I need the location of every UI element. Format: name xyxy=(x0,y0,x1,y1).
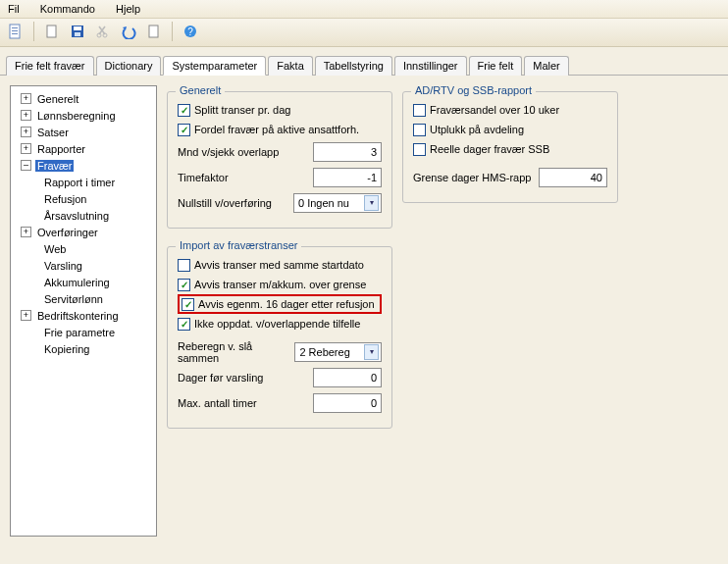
label-max: Max. antall timer xyxy=(178,397,257,409)
tree-panel: +Generelt +Lønnsberegning +Satser +Rappo… xyxy=(10,85,157,537)
tree-arsavslutning[interactable]: Årsavslutning xyxy=(13,207,154,224)
collapse-icon[interactable]: – xyxy=(21,160,31,171)
svg-rect-3 xyxy=(12,33,18,34)
tab-tabellstyring[interactable]: Tabellstyring xyxy=(315,56,392,76)
tree-servitorlonn[interactable]: Servitørlønn xyxy=(13,290,154,307)
highlight-avvis-egenm: Avvis egenm. 16 dager etter refusjon xyxy=(178,294,382,314)
label-mnd: Mnd v/sjekk overlapp xyxy=(178,146,279,158)
checkbox-utplukk[interactable] xyxy=(413,124,426,136)
tree-varsling[interactable]: Varsling xyxy=(13,257,154,274)
legend-generelt: Generelt xyxy=(176,84,225,96)
label-nullstill: Nullstill v/overføring xyxy=(178,197,272,209)
expand-icon[interactable]: + xyxy=(21,227,31,237)
svg-text:?: ? xyxy=(187,26,193,37)
tab-bar: Frie felt fravær Dictionary Systemparame… xyxy=(0,47,728,76)
menu-bar: Fil Kommando Hjelp xyxy=(0,0,728,19)
menu-help[interactable]: Hjelp xyxy=(116,3,140,15)
label-reelle: Reelle dager fravær SSB xyxy=(430,143,549,155)
checkbox-fordel[interactable] xyxy=(178,124,190,136)
content-area: +Generelt +Lønnsberegning +Satser +Rappo… xyxy=(0,76,728,546)
combo-nullstill-value: 0 Ingen nu xyxy=(298,197,349,209)
page-icon[interactable] xyxy=(6,22,26,41)
label-fravaersandel: Fraværsandel over 10 uker xyxy=(430,104,559,116)
tab-frie-felt[interactable]: Frie felt xyxy=(469,56,523,76)
label-utplukk: Utplukk på avdeling xyxy=(430,124,524,135)
label-ikke-oppdat: Ikke oppdat. v/overlappende tilfelle xyxy=(194,318,360,330)
label-dager: Dager før varsling xyxy=(178,372,263,384)
combo-reberegn-value: 2 Rebereg xyxy=(299,346,349,358)
group-import: Import av fraværstranser Avvis transer m… xyxy=(167,246,392,429)
svg-rect-12 xyxy=(149,26,158,37)
expand-icon[interactable]: + xyxy=(21,93,31,104)
checkbox-splitt[interactable] xyxy=(178,104,190,117)
label-grense: Grense dager HMS-rapp xyxy=(413,172,531,183)
tab-maler[interactable]: Maler xyxy=(524,56,569,76)
new-icon[interactable] xyxy=(42,22,62,41)
svg-rect-2 xyxy=(12,30,18,31)
tree-rapport-i-timer[interactable]: Rapport i timer xyxy=(13,174,154,190)
tree-akkumulering[interactable]: Akkumulering xyxy=(13,274,154,290)
help-icon[interactable]: ? xyxy=(181,22,200,41)
svg-rect-6 xyxy=(74,26,81,30)
label-timefaktor: Timefaktor xyxy=(178,172,229,183)
label-avvis-samme: Avvis transer med samme startdato xyxy=(194,259,364,271)
tree-satser[interactable]: +Satser xyxy=(13,124,154,140)
settings-area: Generelt Splitt transer pr. dag Fordel f… xyxy=(167,85,618,537)
tree-bedriftskontering[interactable]: +Bedriftskontering xyxy=(13,307,154,324)
tab-frie-felt-fravaer[interactable]: Frie felt fravær xyxy=(6,56,94,76)
tree-web[interactable]: Web xyxy=(13,240,154,257)
svg-rect-7 xyxy=(75,32,80,36)
label-avvis-egenm: Avvis egenm. 16 dager etter refusjon xyxy=(198,298,375,310)
group-adrtv: AD/RTV og SSB-rapport Fraværsandel over … xyxy=(402,91,618,203)
group-generelt: Generelt Splitt transer pr. dag Fordel f… xyxy=(167,91,392,229)
input-dager[interactable] xyxy=(313,368,382,387)
expand-icon[interactable]: + xyxy=(21,127,31,137)
cut-icon[interactable] xyxy=(93,22,113,41)
expand-icon[interactable]: + xyxy=(21,143,31,154)
checkbox-reelle[interactable] xyxy=(413,143,426,156)
tree-refusjon[interactable]: Refusjon xyxy=(13,190,154,207)
tree-fravaer[interactable]: –Fravær xyxy=(13,157,154,174)
tree-rapporter[interactable]: +Rapporter xyxy=(13,140,154,157)
input-grense[interactable] xyxy=(539,168,607,187)
legend-adrtv: AD/RTV og SSB-rapport xyxy=(411,84,536,96)
checkbox-avvis-samme[interactable] xyxy=(178,259,190,272)
input-max[interactable] xyxy=(313,393,382,413)
menu-kommando[interactable]: Kommando xyxy=(40,3,95,15)
checkbox-ikke-oppdat[interactable] xyxy=(178,318,190,331)
checkbox-fravaersandel[interactable] xyxy=(413,104,426,117)
svg-rect-1 xyxy=(12,27,18,28)
expand-icon[interactable]: + xyxy=(21,110,31,121)
label-splitt: Splitt transer pr. dag xyxy=(194,104,290,116)
save-icon[interactable] xyxy=(68,22,87,41)
label-fordel: Fordel fravær på aktive ansattforh. xyxy=(194,124,359,135)
tab-dictionary[interactable]: Dictionary xyxy=(96,56,162,76)
menu-file[interactable]: Fil xyxy=(8,3,20,15)
tab-fakta[interactable]: Fakta xyxy=(268,56,313,76)
input-timefaktor[interactable] xyxy=(313,168,382,187)
doc-icon[interactable] xyxy=(144,22,164,41)
chevron-down-icon[interactable]: ▾ xyxy=(364,195,379,211)
tab-innstillinger[interactable]: Innstillinger xyxy=(394,56,467,76)
expand-icon[interactable]: + xyxy=(21,310,31,321)
tree-overforinger[interactable]: +Overføringer xyxy=(13,224,154,240)
combo-nullstill[interactable]: 0 Ingen nu ▾ xyxy=(293,193,382,213)
input-mnd[interactable] xyxy=(313,142,382,162)
legend-import: Import av fraværstranser xyxy=(176,239,301,251)
tree-generelt[interactable]: +Generelt xyxy=(13,90,154,107)
tab-systemparameter[interactable]: Systemparameter xyxy=(163,56,266,76)
undo-icon[interactable] xyxy=(119,22,138,41)
checkbox-avvis-akkum[interactable] xyxy=(178,279,190,291)
tree-lonnsberegning[interactable]: +Lønnsberegning xyxy=(13,107,154,124)
chevron-down-icon[interactable]: ▾ xyxy=(364,344,379,360)
label-reberegn: Reberegn v. slå sammen xyxy=(178,340,294,364)
label-avvis-akkum: Avvis transer m/akkum. over grense xyxy=(194,279,366,290)
tree-frie-parametre[interactable]: Frie parametre xyxy=(13,324,154,340)
svg-rect-4 xyxy=(47,26,56,37)
tree-kopiering[interactable]: Kopiering xyxy=(13,340,154,357)
checkbox-avvis-egenm[interactable] xyxy=(182,298,194,311)
combo-reberegn[interactable]: 2 Rebereg ▾ xyxy=(294,342,382,362)
toolbar: ? xyxy=(0,19,728,47)
